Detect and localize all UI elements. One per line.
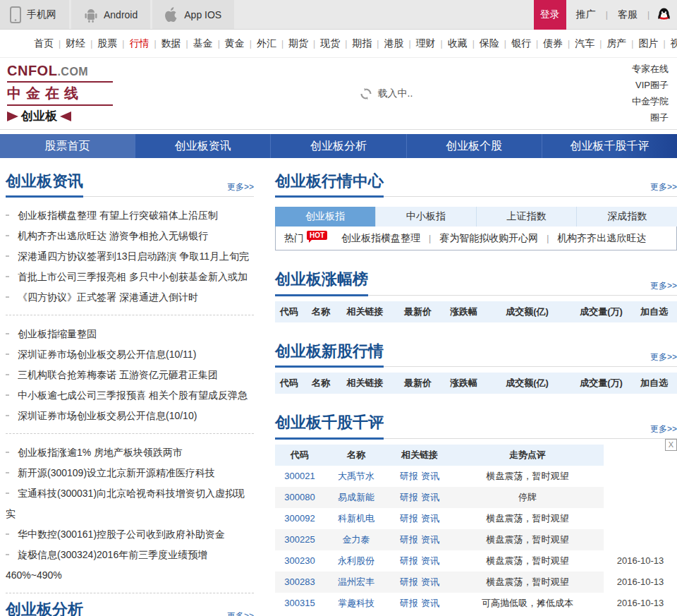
more-link[interactable]: 更多>> xyxy=(650,423,677,438)
customer-service-link[interactable]: 客服 xyxy=(618,8,638,21)
news-item[interactable]: 首批上市公司三季报亮相 多只中小创获基金新入或加 xyxy=(6,267,254,287)
news-item[interactable]: 旋极信息(300324)2016年前三季度业绩预增460%~490% xyxy=(6,545,254,586)
news-item[interactable]: 《四方协议》正式签署 深港通进入倒计时 xyxy=(6,287,254,308)
more-link[interactable]: 更多>> xyxy=(650,181,677,196)
news-item[interactable]: 三机构联合抢筹梅泰诺 五游资亿元砸君正集团 xyxy=(6,365,254,385)
nav-item[interactable]: 视频 xyxy=(671,37,677,50)
android-app-button[interactable]: Android xyxy=(71,0,150,29)
tab-gem-analysis[interactable]: 创业板分析 xyxy=(270,134,405,158)
news-item[interactable]: 新开源(300109)设立北京新开源精准医疗科技 xyxy=(6,463,254,483)
stock-name-link[interactable]: 科新机电 xyxy=(324,508,388,529)
stock-news-link[interactable]: 资讯 xyxy=(421,492,439,502)
stock-code-link[interactable]: 300080 xyxy=(275,487,324,508)
tab-sse-index[interactable]: 上证指数 xyxy=(476,207,577,227)
report-link[interactable]: 研报 xyxy=(400,513,418,524)
nav-item[interactable]: 期指 xyxy=(352,37,384,50)
nav-item[interactable]: 外汇 xyxy=(257,37,288,50)
news-item-text: 中小板逾七成公司三季报预喜 相关个股有望成反弹急 xyxy=(18,389,248,401)
nav-item[interactable]: 首页 xyxy=(34,37,66,50)
bullet-icon xyxy=(6,374,9,375)
nav-item[interactable]: 数据 xyxy=(161,37,193,50)
news-item[interactable]: 华中数控(300161)控股子公司收到政府补助资金 xyxy=(6,524,254,545)
stock-name-link[interactable]: 温州宏丰 xyxy=(324,572,388,593)
nav-item[interactable]: 债券 xyxy=(543,37,575,50)
academy-link[interactable]: 中金学院 xyxy=(632,95,669,108)
more-link[interactable]: 更多>> xyxy=(227,610,254,616)
stock-news-link[interactable]: 资讯 xyxy=(421,598,439,608)
hot-topic-link[interactable]: 机构齐齐出逃欣旺达 xyxy=(557,232,646,245)
tab-gem-stocks[interactable]: 创业板个股 xyxy=(406,134,542,158)
more-link[interactable]: 更多>> xyxy=(650,280,677,295)
stock-news-link[interactable]: 资讯 xyxy=(421,555,439,566)
nav-item[interactable]: 期货 xyxy=(288,37,320,50)
nav-item[interactable]: 汽车 xyxy=(575,37,606,50)
report-link[interactable]: 研报 xyxy=(400,576,418,587)
qq-penguin-icon[interactable] xyxy=(658,8,670,22)
report-link[interactable]: 研报 xyxy=(400,492,418,502)
stock-code-link[interactable]: 300230 xyxy=(275,550,324,572)
trend-comment: 横盘震荡，暂时观望 xyxy=(451,550,604,572)
stock-news-link[interactable]: 资讯 xyxy=(421,471,439,481)
promotion-link[interactable]: 推广 xyxy=(576,8,596,21)
vip-circle-link[interactable]: VIP圈子 xyxy=(635,79,669,92)
stock-news-link[interactable]: 资讯 xyxy=(421,534,439,545)
report-link[interactable]: 研报 xyxy=(400,471,418,481)
report-link[interactable]: 研报 xyxy=(400,534,418,545)
tab-szse-index[interactable]: 深成指数 xyxy=(576,207,677,227)
hot-topic-link[interactable]: 赛为智能拟收购开心网 xyxy=(439,232,557,245)
nav-item[interactable]: 保险 xyxy=(480,37,511,50)
nav-item[interactable]: 银行 xyxy=(511,37,543,50)
stock-code-link[interactable]: 300225 xyxy=(275,529,324,550)
tab-gem-news[interactable]: 创业板资讯 xyxy=(135,134,270,158)
nav-item[interactable]: 基金 xyxy=(193,37,225,50)
news-item[interactable]: 创业板指涨逾1% 房地产板块领跌两市 xyxy=(6,442,254,463)
nav-item-active[interactable]: 行情 xyxy=(129,37,161,50)
expert-online-link[interactable]: 专家在线 xyxy=(632,63,669,76)
stock-code-link[interactable]: 300021 xyxy=(275,466,324,487)
news-item[interactable]: 深港通四方协议签署到13日启动路演 争取11月上旬完 xyxy=(6,246,254,267)
report-link[interactable]: 研报 xyxy=(400,598,418,608)
tab-gem-reviews[interactable]: 创业板千股千评 xyxy=(542,134,677,158)
stock-code-link[interactable]: 300092 xyxy=(275,508,324,529)
quote-center-header: 创业板行情中心 更多>> xyxy=(275,172,677,197)
stock-news-link[interactable]: 资讯 xyxy=(421,513,439,524)
news-item[interactable]: 深圳证券市场创业板交易公开信息(10/10) xyxy=(6,406,254,426)
nav-item[interactable]: 理财 xyxy=(416,37,448,50)
nav-item[interactable]: 收藏 xyxy=(448,37,480,50)
hot-topic-link[interactable]: 创业板指横盘整理 xyxy=(341,232,439,245)
stock-news-link[interactable]: 资讯 xyxy=(421,576,439,587)
news-item[interactable]: 机构齐齐出逃欣旺达 游资争相抢入无锡银行 xyxy=(6,226,254,246)
nav-item[interactable]: 黄金 xyxy=(225,37,257,50)
stock-code-link[interactable]: 300283 xyxy=(275,572,324,593)
nav-item[interactable]: 现货 xyxy=(320,37,352,50)
cnfol-logo[interactable]: CNFOL.COM 中金在线 创业板 xyxy=(7,63,113,124)
tab-stock-home[interactable]: 股票首页 xyxy=(0,134,135,158)
nav-item[interactable]: 房产 xyxy=(606,37,638,50)
report-link[interactable]: 研报 xyxy=(400,555,418,566)
stock-name-link[interactable]: 易成新能 xyxy=(324,487,388,508)
stock-name-link[interactable]: 掌趣科技 xyxy=(324,593,388,614)
news-item[interactable]: 中小板逾七成公司三季报预喜 相关个股有望成反弹急 xyxy=(6,385,254,406)
stock-name-link[interactable]: 金力泰 xyxy=(324,529,388,550)
stock-name-link[interactable]: 永利股份 xyxy=(324,550,388,572)
stock-name-link[interactable]: 大禹节水 xyxy=(324,466,388,487)
news-item[interactable]: 创业板指横盘整理 有望上行突破箱体上沿压制 xyxy=(6,205,254,226)
more-link[interactable]: 更多>> xyxy=(227,181,254,196)
news-item[interactable]: 宝通科技(300031)向北京哈视奇科技增资切入虚拟现实 xyxy=(6,483,254,524)
news-item[interactable]: 深圳证券市场创业板交易公开信息(10/11) xyxy=(6,344,254,365)
tab-gem-index[interactable]: 创业板指 xyxy=(275,207,375,227)
nav-item[interactable]: 图片 xyxy=(638,37,670,50)
stock-code-link[interactable]: 300315 xyxy=(275,593,324,614)
login-button[interactable]: 登录 xyxy=(534,0,566,30)
right-column: 创业板行情中心 更多>> 创业板指 中小板指 上证指数 深成指数 热门 HOT … xyxy=(275,172,677,616)
news-item[interactable]: 创业板指缩量整固 xyxy=(6,324,254,344)
nav-item[interactable]: 港股 xyxy=(384,37,415,50)
mobile-site-button[interactable]: 手机网 xyxy=(0,0,69,29)
nav-item[interactable]: 财经 xyxy=(66,37,97,50)
tab-sme-index[interactable]: 中小板指 xyxy=(375,207,476,227)
more-link[interactable]: 更多>> xyxy=(650,351,677,366)
close-icon[interactable]: X xyxy=(665,439,677,451)
nav-item[interactable]: 股票 xyxy=(97,37,129,50)
circle-link[interactable]: 圈子 xyxy=(650,111,669,124)
ios-app-button[interactable]: App IOS xyxy=(152,0,234,29)
